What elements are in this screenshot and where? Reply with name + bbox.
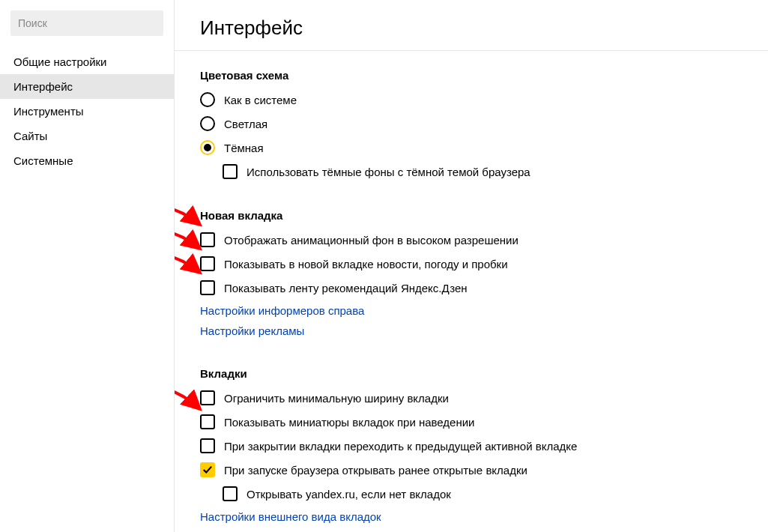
checkbox-min-tab-width[interactable]: Ограничить минимальную ширину вкладки [200,390,743,405]
checkbox-animated-bg[interactable]: Отображать анимационный фон в высоком ра… [200,232,743,247]
sidebar-item-interface[interactable]: Интерфейс [0,74,174,99]
sidebar-item-sites[interactable]: Сайты [0,124,174,148]
radio-label: Как в системе [224,94,297,106]
radio-option-light[interactable]: Светлая [200,116,743,131]
link-ads-settings[interactable]: Настройки рекламы [200,324,304,337]
section-new-tab: Новая вкладка Отображать анимационный фо… [200,209,743,337]
checkbox-icon [223,486,238,501]
radio-option-system[interactable]: Как в системе [200,92,743,107]
checkbox-label: Отображать анимационный фон в высоком ра… [224,234,518,247]
sidebar-item-general[interactable]: Общие настройки [0,49,174,74]
radio-label: Светлая [224,118,267,130]
search-input[interactable]: Поиск [10,10,163,36]
checkbox-label: При запуске браузера открывать ранее отк… [224,464,527,477]
checkbox-icon [223,164,238,179]
checkbox-open-yandex[interactable]: Открывать yandex.ru, если нет вкладок [223,486,743,501]
sidebar-item-label: Инструменты [13,105,84,118]
checkbox-news-weather[interactable]: Показывать в новой вкладке новости, пого… [200,256,743,271]
section-title-new-tab: Новая вкладка [200,209,743,222]
sidebar-item-label: Общие настройки [13,55,107,68]
checkbox-label: Показывать ленту рекомендаций Яндекс.Дзе… [224,282,468,294]
link-tabs-appearance[interactable]: Настройки внешнего вида вкладок [200,510,381,523]
sidebar-item-label: Сайты [13,130,47,142]
sidebar-item-tools[interactable]: Инструменты [0,99,174,124]
checkbox-zen-feed[interactable]: Показывать ленту рекомендаций Яндекс.Дзе… [200,280,743,295]
radio-label: Тёмная [224,142,264,154]
checkbox-icon [200,390,215,405]
radio-icon [200,140,215,155]
main-content: Интерфейс Цветовая схема Как в системе С… [175,0,768,532]
section-title-tabs: Вкладки [200,367,743,380]
link-informers-settings[interactable]: Настройки информеров справа [200,304,364,317]
checkbox-restore-tabs[interactable]: При запуске браузера открывать ранее отк… [200,462,743,477]
checkbox-label: Открывать yandex.ru, если нет вкладок [247,488,451,501]
search-placeholder: Поиск [18,17,47,29]
page-title: Интерфейс [200,16,743,40]
radio-icon [200,92,215,107]
checkbox-icon [200,280,215,295]
section-color-scheme: Цветовая схема Как в системе Светлая Тём… [200,69,743,179]
sidebar-item-label: Интерфейс [13,80,73,93]
checkbox-label: Показывать миниатюры вкладок при наведен… [224,416,475,429]
sidebar: Поиск Общие настройки Интерфейс Инструме… [0,0,174,532]
horizontal-divider [175,50,768,51]
sidebar-item-system[interactable]: Системные [0,148,174,173]
checkbox-tab-thumbnails[interactable]: Показывать миниатюры вкладок при наведен… [200,414,743,429]
checkbox-label: Использовать тёмные фоны с тёмной темой … [247,166,530,178]
checkbox-icon [200,232,215,247]
checkbox-label: Ограничить минимальную ширину вкладки [224,392,449,405]
checkbox-icon [200,438,215,453]
checkbox-label: Показывать в новой вкладке новости, пого… [224,258,508,270]
checkbox-close-prev-active[interactable]: При закрытии вкладки переходить к предыд… [200,438,743,453]
radio-icon [200,116,215,131]
checkbox-icon [200,256,215,271]
sidebar-item-label: Системные [13,154,73,167]
section-tabs: Вкладки Ограничить минимальную ширину вк… [200,367,743,523]
checkbox-icon [200,414,215,429]
radio-option-dark[interactable]: Тёмная [200,140,743,155]
checkbox-label: При закрытии вкладки переходить к предыд… [224,440,577,453]
checkbox-icon [200,462,215,477]
checkbox-dark-backgrounds[interactable]: Использовать тёмные фоны с тёмной темой … [223,164,743,179]
section-title-color-scheme: Цветовая схема [200,69,743,82]
